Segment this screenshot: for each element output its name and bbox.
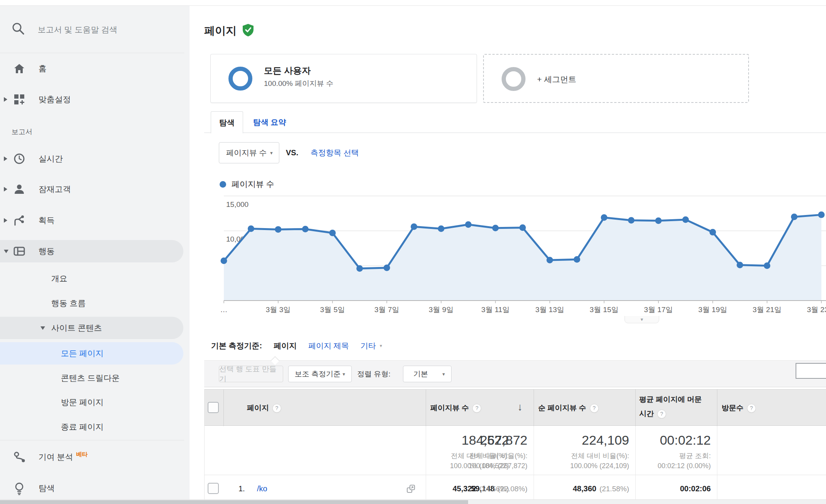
tab-explorer-summary[interactable]: 탐색 요약 xyxy=(253,111,286,133)
sidebar-item-label: 방문 페이지 xyxy=(61,397,104,408)
sidebar-item-discover[interactable]: 탐색 xyxy=(0,477,183,499)
expand-down-icon xyxy=(40,326,45,330)
data-point xyxy=(384,264,390,271)
dimension-other[interactable]: 기타 ▼ xyxy=(361,341,383,351)
select-all-checkbox[interactable] xyxy=(208,402,219,413)
add-segment-button[interactable]: + 세그먼트 xyxy=(483,54,749,103)
metric-select-dropdown[interactable]: 페이지뷰 수 ▼ xyxy=(219,142,279,163)
data-point xyxy=(329,230,336,236)
tab-explorer[interactable]: 탐색 xyxy=(211,111,243,133)
sidebar-item-label: 탐색 xyxy=(39,483,55,494)
help-icon[interactable]: ? xyxy=(747,404,756,413)
segment-all-users[interactable]: 모든 사용자 100.00% 페이지뷰 수 xyxy=(210,54,477,103)
sidebar-item-label: 종료 페이지 xyxy=(61,422,104,432)
svg-text:3월 7일: 3월 7일 xyxy=(374,306,399,314)
sidebar-item-label: 맞춤설정 xyxy=(39,94,71,105)
sidebar-item-label: 획득 xyxy=(39,215,55,226)
chevron-down-icon: ▼ xyxy=(342,372,346,376)
sidebar-item-content-drilldown[interactable]: 콘텐츠 드릴다운 xyxy=(0,367,183,389)
svg-text:15,000: 15,000 xyxy=(226,200,248,208)
attribution-icon xyxy=(13,451,25,463)
tab-divider xyxy=(204,133,826,133)
sidebar-item-label: 기여 분석베타 xyxy=(39,452,88,462)
page-title: 페이지 xyxy=(204,22,254,39)
legend-dot-icon xyxy=(220,181,226,188)
data-point xyxy=(438,225,445,232)
dimension-page[interactable]: 페이지 xyxy=(274,341,297,351)
column-header-pageviews[interactable]: 페이지뷰 수? xyxy=(430,403,481,413)
data-point xyxy=(275,226,282,233)
chart-collapse-button[interactable]: ▼ xyxy=(625,316,659,323)
data-point xyxy=(764,262,771,269)
shield-check-icon xyxy=(242,24,254,38)
sort-type-label: 정렬 유형: xyxy=(357,366,391,382)
dimension-page-title[interactable]: 페이지 제목 xyxy=(308,341,349,351)
sidebar-divider xyxy=(0,53,184,53)
sidebar-item-behavior-flow[interactable]: 행동 흐름 xyxy=(0,292,183,314)
data-point xyxy=(465,221,472,228)
svg-text:3월 5일: 3월 5일 xyxy=(320,306,345,314)
table-search-input[interactable] xyxy=(796,363,826,379)
sidebar-item-customization[interactable]: 맞춤설정 xyxy=(0,88,183,111)
sort-desc-icon[interactable]: ↓ xyxy=(517,401,523,413)
sidebar-item-label: 콘텐츠 드릴다운 xyxy=(61,373,120,383)
chart-svg: 15,00010,0005,000…3월 3일3월 5일3월 7일3월 9일3월… xyxy=(204,189,826,318)
sidebar-item-attribution[interactable]: 기여 분석베타 xyxy=(0,446,183,468)
expand-right-icon xyxy=(4,218,7,223)
data-point xyxy=(547,257,553,264)
customization-icon xyxy=(13,93,25,106)
sidebar-item-landing-pages[interactable]: 방문 페이지 xyxy=(0,391,183,413)
column-header-avg-time[interactable]: 평균 페이지에 머문 xyxy=(639,395,702,405)
beta-badge: 베타 xyxy=(76,451,88,457)
data-point xyxy=(682,217,689,223)
secondary-dimension-dropdown[interactable]: 보조 측정기준 ▼ xyxy=(288,366,352,382)
row-index: 1. xyxy=(238,475,245,502)
svg-text:3월 23일: 3월 23일 xyxy=(807,306,826,314)
chevron-down-icon: ▼ xyxy=(379,344,383,348)
svg-text:3월 17일: 3월 17일 xyxy=(644,306,673,314)
cell-entrances: 45,322(24.56%) xyxy=(401,475,509,502)
sidebar-item-realtime[interactable]: 실시간 xyxy=(0,148,183,170)
sidebar-item-label: 사이트 콘텐츠 xyxy=(51,323,102,333)
page-link[interactable]: /ko xyxy=(257,475,267,502)
sidebar-item-exit-pages[interactable]: 종료 페이지 xyxy=(0,416,183,438)
table-header: 페이지?페이지뷰 수?↓순 페이지뷰 수?평균 페이지에 머문시간?방문수? xyxy=(205,389,826,426)
scrollbar-thumb[interactable] xyxy=(0,500,468,504)
sort-type-dropdown[interactable]: 기본 ▼ xyxy=(403,366,452,382)
data-point xyxy=(519,224,526,231)
sidebar-item-behavior[interactable]: 행동 xyxy=(0,240,183,262)
data-point xyxy=(710,229,716,235)
data-point xyxy=(818,212,825,218)
plot-rows-button[interactable]: 선택 행 도표 만들기 xyxy=(219,366,283,382)
data-point xyxy=(791,213,797,220)
search-icon xyxy=(11,21,25,37)
sidebar-item-acquisition[interactable]: 획득 xyxy=(0,209,183,232)
sidebar-item-site-content[interactable]: 사이트 콘텐츠 xyxy=(0,317,183,339)
behavior-icon xyxy=(13,245,25,257)
column-header-page[interactable]: 페이지? xyxy=(247,403,281,413)
sidebar-item-home[interactable]: 홈 xyxy=(0,57,183,80)
sidebar-item-all-pages[interactable]: 모든 페이지 xyxy=(0,342,183,365)
select-metric-link[interactable]: 측정항목 선택 xyxy=(311,142,359,163)
data-point xyxy=(248,225,254,232)
sidebar-item-audience[interactable]: 잠재고객 xyxy=(0,178,183,200)
search-input[interactable] xyxy=(38,22,176,38)
row-checkbox[interactable] xyxy=(208,483,219,494)
help-icon[interactable]: ? xyxy=(272,404,281,413)
primary-dimension-label: 기본 측정기준: xyxy=(211,341,262,351)
data-point xyxy=(737,262,743,268)
sidebar-item-overview[interactable]: 개요 xyxy=(0,267,183,290)
data-point xyxy=(221,257,227,264)
svg-text:3월 13일: 3월 13일 xyxy=(536,306,564,314)
help-icon[interactable]: ? xyxy=(657,410,666,418)
data-point xyxy=(356,265,363,272)
help-icon[interactable]: ? xyxy=(590,404,599,413)
expand-down-icon xyxy=(4,250,8,253)
add-segment-label: + 세그먼트 xyxy=(537,55,576,104)
column-header-entrances[interactable]: 방문수? xyxy=(722,403,756,413)
pages-table: 페이지?페이지뷰 수?↓순 페이지뷰 수?평균 페이지에 머문시간?방문수? 2… xyxy=(204,389,826,502)
help-icon[interactable]: ? xyxy=(472,404,481,413)
column-header-avg-time-line2[interactable]: 시간? xyxy=(639,409,666,419)
column-header-unique-pageviews[interactable]: 순 페이지뷰 수? xyxy=(538,403,599,413)
horizontal-scrollbar[interactable] xyxy=(0,499,826,504)
